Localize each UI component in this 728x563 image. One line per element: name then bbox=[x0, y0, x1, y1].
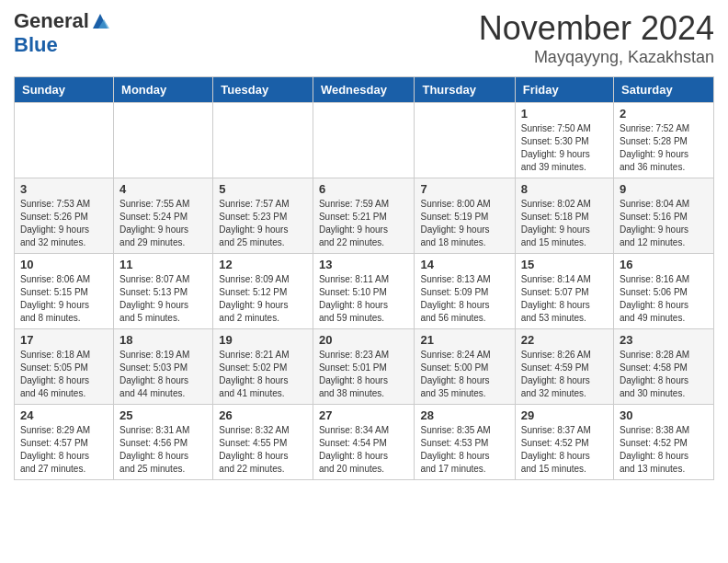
weekday-header: Monday bbox=[114, 77, 213, 103]
calendar-day-cell bbox=[213, 103, 313, 178]
day-number: 2 bbox=[620, 107, 708, 121]
day-number: 5 bbox=[219, 182, 307, 196]
calendar-day-cell bbox=[15, 103, 114, 178]
day-number: 18 bbox=[119, 333, 207, 347]
calendar-day-cell: 4Sunrise: 7:55 AM Sunset: 5:24 PM Daylig… bbox=[114, 178, 213, 254]
calendar-day-cell: 23Sunrise: 8:28 AM Sunset: 4:58 PM Dayli… bbox=[614, 329, 714, 405]
day-number: 20 bbox=[319, 333, 409, 347]
day-info: Sunrise: 8:23 AM Sunset: 5:01 PM Dayligh… bbox=[319, 349, 409, 400]
calendar-day-cell: 24Sunrise: 8:29 AM Sunset: 4:57 PM Dayli… bbox=[15, 405, 114, 480]
calendar-day-cell: 6Sunrise: 7:59 AM Sunset: 5:21 PM Daylig… bbox=[313, 178, 415, 254]
calendar-week-row: 24Sunrise: 8:29 AM Sunset: 4:57 PM Dayli… bbox=[15, 405, 714, 480]
day-info: Sunrise: 8:26 AM Sunset: 4:59 PM Dayligh… bbox=[521, 349, 608, 400]
day-info: Sunrise: 8:21 AM Sunset: 5:02 PM Dayligh… bbox=[219, 349, 307, 400]
day-info: Sunrise: 7:50 AM Sunset: 5:30 PM Dayligh… bbox=[521, 122, 608, 174]
day-info: Sunrise: 8:19 AM Sunset: 5:03 PM Dayligh… bbox=[119, 349, 207, 400]
page-container: General Blue November 2024 Mayqayyng, Ka… bbox=[0, 0, 728, 489]
day-info: Sunrise: 8:04 AM Sunset: 5:16 PM Dayligh… bbox=[620, 198, 708, 249]
header: General Blue November 2024 Mayqayyng, Ka… bbox=[14, 9, 714, 67]
calendar-week-row: 17Sunrise: 8:18 AM Sunset: 5:05 PM Dayli… bbox=[15, 329, 714, 405]
calendar-day-cell: 20Sunrise: 8:23 AM Sunset: 5:01 PM Dayli… bbox=[313, 329, 415, 405]
weekday-header: Tuesday bbox=[213, 77, 313, 103]
day-info: Sunrise: 8:32 AM Sunset: 4:55 PM Dayligh… bbox=[219, 424, 307, 476]
calendar-week-row: 10Sunrise: 8:06 AM Sunset: 5:15 PM Dayli… bbox=[15, 254, 714, 329]
day-number: 22 bbox=[521, 333, 608, 347]
day-info: Sunrise: 8:18 AM Sunset: 5:05 PM Dayligh… bbox=[20, 349, 108, 400]
day-info: Sunrise: 8:13 AM Sunset: 5:09 PM Dayligh… bbox=[420, 273, 508, 325]
day-info: Sunrise: 7:55 AM Sunset: 5:24 PM Dayligh… bbox=[119, 198, 207, 249]
calendar-day-cell: 21Sunrise: 8:24 AM Sunset: 5:00 PM Dayli… bbox=[415, 329, 515, 405]
calendar-day-cell: 28Sunrise: 8:35 AM Sunset: 4:53 PM Dayli… bbox=[415, 405, 515, 480]
day-number: 13 bbox=[319, 258, 409, 271]
weekday-header: Saturday bbox=[614, 77, 714, 103]
calendar-day-cell bbox=[114, 103, 213, 178]
day-info: Sunrise: 7:59 AM Sunset: 5:21 PM Dayligh… bbox=[319, 198, 409, 249]
day-number: 27 bbox=[319, 408, 409, 422]
calendar-day-cell: 1Sunrise: 7:50 AM Sunset: 5:30 PM Daylig… bbox=[515, 103, 613, 178]
day-number: 16 bbox=[620, 258, 708, 271]
logo-general-text: General bbox=[14, 9, 89, 33]
day-info: Sunrise: 8:24 AM Sunset: 5:00 PM Dayligh… bbox=[420, 349, 508, 400]
day-number: 8 bbox=[521, 182, 608, 196]
day-number: 19 bbox=[219, 333, 307, 347]
day-number: 21 bbox=[420, 333, 508, 347]
calendar-week-row: 1Sunrise: 7:50 AM Sunset: 5:30 PM Daylig… bbox=[15, 103, 714, 178]
day-number: 26 bbox=[219, 408, 307, 422]
calendar-day-cell: 17Sunrise: 8:18 AM Sunset: 5:05 PM Dayli… bbox=[15, 329, 114, 405]
day-info: Sunrise: 8:07 AM Sunset: 5:13 PM Dayligh… bbox=[119, 273, 207, 325]
day-info: Sunrise: 8:38 AM Sunset: 4:52 PM Dayligh… bbox=[620, 424, 708, 476]
day-number: 17 bbox=[20, 333, 108, 347]
calendar-day-cell: 16Sunrise: 8:16 AM Sunset: 5:06 PM Dayli… bbox=[614, 254, 714, 329]
day-info: Sunrise: 7:52 AM Sunset: 5:28 PM Dayligh… bbox=[620, 122, 708, 174]
calendar-week-row: 3Sunrise: 7:53 AM Sunset: 5:26 PM Daylig… bbox=[15, 178, 714, 254]
calendar-day-cell bbox=[313, 103, 415, 178]
calendar-day-cell: 11Sunrise: 8:07 AM Sunset: 5:13 PM Dayli… bbox=[114, 254, 213, 329]
day-info: Sunrise: 8:31 AM Sunset: 4:56 PM Dayligh… bbox=[119, 424, 207, 476]
day-number: 12 bbox=[219, 258, 307, 271]
calendar-header-row: SundayMondayTuesdayWednesdayThursdayFrid… bbox=[15, 77, 714, 103]
logo-blue-text: Blue bbox=[14, 33, 109, 57]
calendar-day-cell: 14Sunrise: 8:13 AM Sunset: 5:09 PM Dayli… bbox=[415, 254, 515, 329]
calendar-day-cell: 5Sunrise: 7:57 AM Sunset: 5:23 PM Daylig… bbox=[213, 178, 313, 254]
calendar-day-cell: 25Sunrise: 8:31 AM Sunset: 4:56 PM Dayli… bbox=[114, 405, 213, 480]
day-number: 14 bbox=[420, 258, 508, 271]
day-info: Sunrise: 8:34 AM Sunset: 4:54 PM Dayligh… bbox=[319, 424, 409, 476]
day-number: 6 bbox=[319, 182, 409, 196]
day-number: 23 bbox=[620, 333, 708, 347]
day-info: Sunrise: 8:09 AM Sunset: 5:12 PM Dayligh… bbox=[219, 273, 307, 325]
calendar-day-cell: 7Sunrise: 8:00 AM Sunset: 5:19 PM Daylig… bbox=[415, 178, 515, 254]
day-info: Sunrise: 8:14 AM Sunset: 5:07 PM Dayligh… bbox=[521, 273, 608, 325]
day-info: Sunrise: 8:29 AM Sunset: 4:57 PM Dayligh… bbox=[20, 424, 108, 476]
title-block: November 2024 Mayqayyng, Kazakhstan bbox=[479, 9, 714, 67]
day-number: 30 bbox=[620, 408, 708, 422]
day-info: Sunrise: 7:53 AM Sunset: 5:26 PM Dayligh… bbox=[20, 198, 108, 249]
day-info: Sunrise: 8:37 AM Sunset: 4:52 PM Dayligh… bbox=[521, 424, 608, 476]
day-number: 10 bbox=[20, 258, 108, 271]
day-number: 15 bbox=[521, 258, 608, 271]
calendar-day-cell: 2Sunrise: 7:52 AM Sunset: 5:28 PM Daylig… bbox=[614, 103, 714, 178]
day-info: Sunrise: 8:06 AM Sunset: 5:15 PM Dayligh… bbox=[20, 273, 108, 325]
calendar-day-cell: 8Sunrise: 8:02 AM Sunset: 5:18 PM Daylig… bbox=[515, 178, 613, 254]
day-number: 11 bbox=[119, 258, 207, 271]
day-number: 29 bbox=[521, 408, 608, 422]
day-number: 9 bbox=[620, 182, 708, 196]
calendar-day-cell: 3Sunrise: 7:53 AM Sunset: 5:26 PM Daylig… bbox=[15, 178, 114, 254]
calendar-table: SundayMondayTuesdayWednesdayThursdayFrid… bbox=[14, 76, 714, 480]
day-info: Sunrise: 8:35 AM Sunset: 4:53 PM Dayligh… bbox=[420, 424, 508, 476]
logo: General Blue bbox=[14, 9, 109, 57]
day-number: 3 bbox=[20, 182, 108, 196]
day-number: 24 bbox=[20, 408, 108, 422]
calendar-day-cell: 12Sunrise: 8:09 AM Sunset: 5:12 PM Dayli… bbox=[213, 254, 313, 329]
day-number: 7 bbox=[420, 182, 508, 196]
day-number: 4 bbox=[119, 182, 207, 196]
weekday-header: Friday bbox=[515, 77, 613, 103]
calendar-day-cell: 18Sunrise: 8:19 AM Sunset: 5:03 PM Dayli… bbox=[114, 329, 213, 405]
calendar-day-cell: 30Sunrise: 8:38 AM Sunset: 4:52 PM Dayli… bbox=[614, 405, 714, 480]
location: Mayqayyng, Kazakhstan bbox=[479, 48, 714, 67]
calendar-day-cell: 13Sunrise: 8:11 AM Sunset: 5:10 PM Dayli… bbox=[313, 254, 415, 329]
calendar-day-cell: 22Sunrise: 8:26 AM Sunset: 4:59 PM Dayli… bbox=[515, 329, 613, 405]
calendar-day-cell: 9Sunrise: 8:04 AM Sunset: 5:16 PM Daylig… bbox=[614, 178, 714, 254]
logo-icon bbox=[91, 12, 109, 30]
calendar-day-cell: 29Sunrise: 8:37 AM Sunset: 4:52 PM Dayli… bbox=[515, 405, 613, 480]
day-info: Sunrise: 8:28 AM Sunset: 4:58 PM Dayligh… bbox=[620, 349, 708, 400]
